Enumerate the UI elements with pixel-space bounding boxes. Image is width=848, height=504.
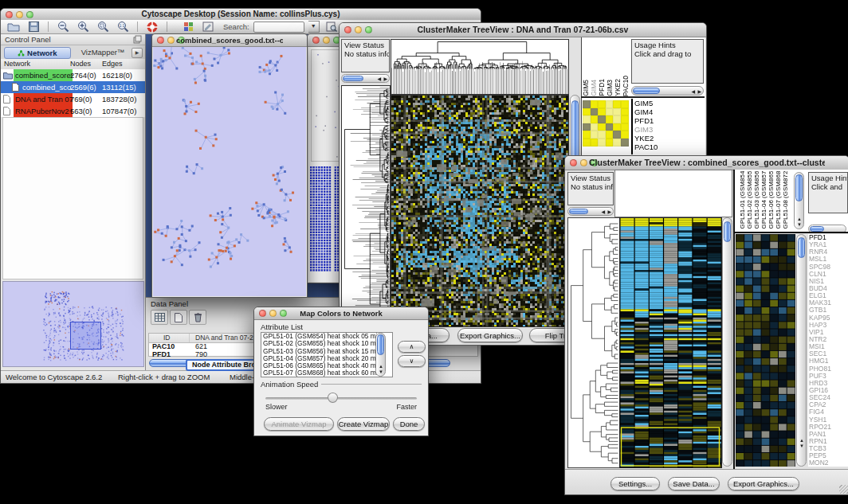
table-row[interactable]: RNAPuberNov2+ 563(0) 107847(0) xyxy=(1,105,145,117)
new-attribute-icon[interactable] xyxy=(170,310,187,325)
minimize-icon[interactable] xyxy=(355,26,362,33)
table-row[interactable]: DNA and Tran 07 769(0) 183728(0) xyxy=(1,93,145,105)
gene-dendrogram-canvas[interactable] xyxy=(341,85,391,327)
gene-list-item[interactable]: GIM5 xyxy=(633,99,705,107)
matrix-cell[interactable] xyxy=(621,108,629,116)
column-label[interactable]: GPL51-04 (GSM857) xyxy=(760,171,768,229)
search-dropdown-icon[interactable]: ▼ xyxy=(308,21,320,33)
matrix-cell[interactable] xyxy=(598,139,606,147)
matrix-cell[interactable] xyxy=(591,131,599,139)
scrollbar-thumb[interactable] xyxy=(633,88,660,94)
close-icon[interactable] xyxy=(312,37,320,44)
table-row-selected[interactable]: combined_sco 2569(6) 13112(15) xyxy=(1,81,145,93)
heatmap-vscrollbar[interactable] xyxy=(722,217,732,467)
tab-vizmapper[interactable]: VizMapper™ xyxy=(74,47,132,57)
minimize-icon[interactable] xyxy=(269,310,277,317)
search-input[interactable] xyxy=(253,21,304,33)
minimize-icon[interactable] xyxy=(580,159,587,166)
done-button[interactable]: Done xyxy=(393,417,425,431)
export-graphics-button[interactable]: Export Graphics... xyxy=(457,328,523,342)
network-overview[interactable] xyxy=(2,281,144,367)
matrix-cell[interactable] xyxy=(621,115,629,123)
main-titlebar[interactable]: Cytoscape Desktop (Session Name: collins… xyxy=(1,9,481,21)
gene-label[interactable]: GIM5 xyxy=(583,80,590,96)
gene-label[interactable]: YKE2 xyxy=(614,79,622,96)
close-icon[interactable] xyxy=(259,310,266,317)
zoom-fit-icon[interactable]: 1:1 xyxy=(115,21,131,33)
gene-list-item[interactable]: MON2 xyxy=(808,459,848,467)
matrix-cell[interactable] xyxy=(621,139,629,147)
heatmap-canvas[interactable] xyxy=(619,217,722,468)
scroll-left-icon[interactable]: ◀ xyxy=(601,209,605,214)
attribute-list-scrollbar[interactable]: ▲ ▼ xyxy=(375,333,386,377)
column-label[interactable]: GPL51-02 (GSM855) xyxy=(746,171,753,229)
column-label[interactable]: GPL51-01 (GSM854) xyxy=(739,171,746,229)
zoom-in-icon[interactable] xyxy=(75,21,91,33)
attribute-item[interactable]: GPL51-07 (GSM868) heat shock 60 min xyxy=(261,369,392,377)
column-label[interactable]: GPL51-07 (GSM868) xyxy=(775,171,782,229)
matrix-cell[interactable] xyxy=(583,100,591,108)
tab-overflow-arrow-icon[interactable]: ▶ xyxy=(132,48,143,58)
column-label[interactable]: GPL51-03 (GSM856) xyxy=(753,171,760,229)
scroll-right-icon[interactable]: ▶ xyxy=(383,76,387,81)
column-label[interactable]: GPL51-08 (GSM872) xyxy=(782,171,789,229)
matrix-cell[interactable] xyxy=(591,115,599,123)
help-icon[interactable] xyxy=(144,21,160,33)
matrix-cell[interactable] xyxy=(613,123,621,131)
matrix-cell[interactable] xyxy=(598,100,606,108)
similarity-matrix[interactable] xyxy=(583,100,629,147)
gene-list-item[interactable]: YKE2 xyxy=(633,134,705,143)
attribute-list[interactable]: GPL51-01 (GSM854) heat shock 05 minGPL51… xyxy=(261,332,393,377)
gene-list-item[interactable]: PAC10 xyxy=(633,143,705,151)
network-window-titlebar[interactable]: combined_scores_good.txt--cluste... xyxy=(152,34,307,47)
labels-vscrollbar[interactable]: ▲ ▼ xyxy=(794,172,804,229)
scrollbar-thumb[interactable] xyxy=(377,334,384,355)
scroll-up-icon[interactable]: ▲ xyxy=(797,217,802,221)
resize-grip[interactable] xyxy=(839,485,848,494)
scroll-up-icon[interactable]: ▲ xyxy=(799,438,804,443)
close-icon[interactable] xyxy=(157,37,164,44)
close-icon[interactable] xyxy=(6,11,13,18)
zoomed-heatmap-canvas[interactable] xyxy=(736,234,795,467)
matrix-cell[interactable] xyxy=(591,123,599,131)
gene-label[interactable]: GIM4 xyxy=(591,80,598,96)
open-file-icon[interactable] xyxy=(6,21,22,33)
save-icon[interactable] xyxy=(26,21,41,33)
treeview1-titlebar[interactable]: ClusterMaker TreeView : DNA and Tran 07-… xyxy=(340,23,706,37)
export-graphics-button[interactable]: Export Graphics... xyxy=(728,477,799,490)
matrix-cell[interactable] xyxy=(598,108,606,116)
matrix-cell[interactable] xyxy=(613,108,621,116)
zoom-selected-icon[interactable] xyxy=(95,21,111,33)
scrollbar-thumb[interactable] xyxy=(810,226,824,232)
matrix-cell[interactable] xyxy=(621,123,629,131)
scrollbar-thumb[interactable] xyxy=(724,221,731,242)
matrix-cell[interactable] xyxy=(583,115,591,123)
scroll-right-icon[interactable]: ▶ xyxy=(607,209,611,214)
heatmap-canvas[interactable] xyxy=(391,95,569,327)
overview-canvas[interactable] xyxy=(3,282,143,366)
network-view-canvas[interactable] xyxy=(153,47,306,296)
save-data-button[interactable]: Save Data... xyxy=(668,477,720,490)
scrollbar-thumb[interactable] xyxy=(798,237,805,258)
scrollbar-thumb[interactable] xyxy=(569,209,588,214)
select-attributes-icon[interactable] xyxy=(151,310,168,325)
delete-attribute-icon[interactable] xyxy=(189,310,206,325)
matrix-cell[interactable] xyxy=(583,123,591,131)
matrix-cell[interactable] xyxy=(606,100,614,108)
gene-list-item[interactable]: GIM3 xyxy=(633,125,705,134)
minimize-icon[interactable] xyxy=(323,37,330,44)
gene-label[interactable]: PAC10 xyxy=(622,76,629,96)
gene-list-item[interactable]: GIM4 xyxy=(633,107,705,116)
gene-dendrogram-canvas[interactable] xyxy=(567,217,620,468)
table-row[interactable]: combined_scores 2764(0) 16218(0) xyxy=(1,69,145,81)
minimize-icon[interactable] xyxy=(16,11,23,18)
gene-label[interactable]: GIM3 xyxy=(607,80,614,96)
scroll-left-icon[interactable]: ◀ xyxy=(377,76,381,81)
scroll-down-icon[interactable]: ▼ xyxy=(799,443,804,448)
matrix-cell[interactable] xyxy=(606,123,614,131)
minimize-icon[interactable] xyxy=(167,37,175,44)
usage-hscrollbar[interactable]: ◀ ▶ xyxy=(631,86,704,96)
matrix-cell[interactable] xyxy=(613,139,621,147)
matrix-cell[interactable] xyxy=(598,131,606,139)
matrix-cell[interactable] xyxy=(621,100,629,108)
